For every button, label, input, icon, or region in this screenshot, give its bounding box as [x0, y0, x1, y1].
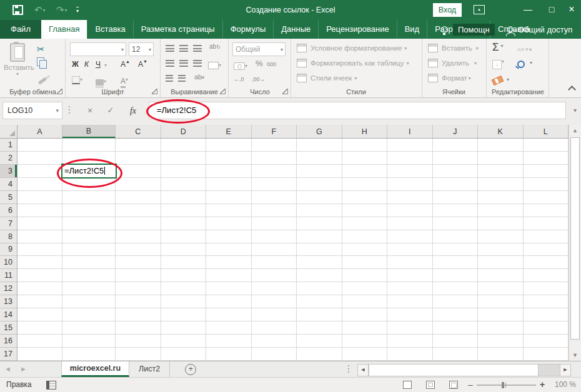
borders-button[interactable]: ▾ [72, 76, 82, 87]
zoom-in-button[interactable]: + [540, 378, 545, 391]
decrease-indent-icon[interactable] [166, 75, 173, 82]
vertical-scrollbar[interactable]: ▲ ▼ [569, 125, 581, 361]
scroll-down-icon[interactable]: ▼ [569, 350, 581, 361]
zoom-out-button[interactable]: – [468, 378, 473, 391]
customize-qat-button[interactable]: ▾ [76, 0, 79, 20]
page-layout-view-button[interactable] [426, 381, 435, 389]
undo-button[interactable]: ↶▾ [34, 0, 46, 20]
increase-decimal-button[interactable]: ←,0 [234, 76, 244, 82]
column-header-H[interactable]: H [342, 125, 388, 138]
tab-file[interactable]: Файл [0, 20, 41, 39]
paste-button[interactable]: Вставить ▾ [4, 43, 31, 77]
tab-Вид[interactable]: Вид [397, 20, 427, 39]
column-header-D[interactable]: D [161, 125, 207, 138]
active-cell-B3[interactable]: =Лист2!C5 [61, 164, 117, 179]
formula-input[interactable]: =Лист2!C5 [149, 102, 566, 119]
tabbar-splitter[interactable] [348, 365, 349, 374]
collapse-ribbon-button[interactable] [568, 86, 576, 94]
sort-filter-button[interactable]: АЯ▼▾ [517, 42, 532, 54]
fill-button[interactable]: ↓▾ [492, 57, 504, 69]
copy-button[interactable]: ▾ [37, 57, 47, 69]
tab-Формулы[interactable]: Формулы [222, 20, 274, 39]
format-painter-button[interactable] [38, 74, 47, 85]
tab-Разметка страницы[interactable]: Разметка страницы [133, 20, 222, 39]
row-header-17[interactable]: 17 [0, 348, 17, 361]
orientation-button[interactable]: ab↻ [209, 43, 221, 50]
column-header-F[interactable]: F [252, 125, 297, 138]
sheet-tab-microexcel[interactable]: microexcel.ru [61, 361, 129, 377]
comma-style-button[interactable]: 000 [267, 61, 276, 67]
insert-function-button[interactable]: fx [124, 102, 142, 119]
row-header-15[interactable]: 15 [0, 321, 17, 335]
close-button[interactable]: × [561, 0, 581, 20]
increase-indent-icon[interactable] [178, 75, 186, 82]
row-header-13[interactable]: 13 [0, 295, 17, 308]
number-format-combo[interactable]: Общий▾ [232, 42, 286, 56]
horizontal-scrollbar[interactable]: ◄ ► [357, 364, 571, 376]
number-dialog-launcher[interactable] [282, 89, 288, 94]
cancel-button[interactable]: × [81, 102, 99, 119]
vertical-scroll-thumb[interactable] [570, 137, 580, 340]
row-header-11[interactable]: 11 [0, 269, 17, 282]
decrease-decimal-button[interactable]: ,00→ [252, 76, 266, 82]
page-break-view-button[interactable] [449, 381, 458, 389]
underline-button[interactable]: Ч [96, 60, 101, 69]
column-header-C[interactable]: C [116, 125, 161, 138]
next-sheet-icon[interactable]: ► [16, 361, 31, 377]
wrap-text-button[interactable]: ab̷▾ [194, 73, 204, 81]
select-all-button[interactable] [0, 125, 17, 139]
minimize-button[interactable]: — [517, 0, 539, 20]
prev-sheet-icon[interactable]: ◄ [0, 361, 16, 377]
column-header-I[interactable]: I [387, 125, 433, 138]
ribbon-display-options-button[interactable]: ▴ [474, 5, 485, 14]
horizontal-scroll-track[interactable] [539, 365, 560, 376]
align-bottom-icon[interactable] [193, 45, 202, 52]
align-left-icon[interactable] [166, 60, 174, 67]
name-box[interactable]: LOG10▾ [2, 102, 62, 119]
format-cells-button[interactable]: Формат▾ [428, 74, 471, 82]
zoom-slider-thumb[interactable] [502, 382, 504, 388]
enter-button[interactable]: ✓ [102, 102, 119, 119]
tab-Рецензирование[interactable]: Рецензирование [318, 20, 396, 39]
redo-button[interactable]: ↷▾ [56, 0, 67, 20]
clipboard-dialog-launcher[interactable] [57, 89, 62, 94]
autosum-button[interactable]: Σ▾ [492, 42, 504, 53]
column-header-E[interactable]: E [206, 125, 252, 138]
align-top-icon[interactable] [166, 45, 174, 52]
column-header-L[interactable]: L [524, 125, 569, 138]
row-header-16[interactable]: 16 [0, 335, 17, 348]
fill-color-button[interactable]: ▾ [96, 77, 106, 88]
format-as-table-button[interactable]: Форматировать как таблицу▾ [297, 59, 409, 67]
italic-button[interactable]: К [84, 60, 89, 69]
column-header-A[interactable]: A [17, 125, 62, 138]
clear-button[interactable]: ▾ [492, 75, 509, 86]
font-size-combo[interactable]: 12▾ [129, 42, 154, 56]
row-header-7[interactable]: 7 [0, 217, 17, 230]
zoom-slider-track[interactable] [477, 385, 536, 386]
font-color-button[interactable]: А▾ [121, 75, 128, 86]
accounting-format-button[interactable]: ▾ [234, 61, 247, 72]
percent-style-button[interactable]: % [256, 59, 263, 68]
align-middle-icon[interactable] [179, 45, 188, 52]
row-header-8[interactable]: 8 [0, 230, 17, 243]
font-dialog-launcher[interactable] [152, 89, 157, 94]
scroll-left-icon[interactable]: ◄ [358, 365, 369, 376]
column-header-J[interactable]: J [433, 125, 479, 138]
grow-font-button[interactable]: А▲ [121, 59, 130, 69]
row-header-3[interactable]: 3 [0, 165, 17, 178]
tab-Главная[interactable]: Главная [41, 20, 87, 39]
conditional-formatting-button[interactable]: Условное форматирование▾ [297, 44, 407, 52]
row-header-12[interactable]: 12 [0, 282, 17, 295]
row-header-1[interactable]: 1 [0, 139, 17, 152]
align-center-icon[interactable] [179, 60, 188, 67]
insert-cells-button[interactable]: Вставить▾ [428, 44, 479, 52]
tab-Данные[interactable]: Данные [273, 20, 318, 39]
normal-view-button[interactable] [403, 381, 412, 389]
column-header-B[interactable]: B [62, 125, 116, 138]
assistant-box[interactable]: Помощн [453, 24, 495, 36]
zoom-level[interactable]: 100 % [555, 378, 576, 392]
cut-button[interactable]: ✂ [37, 44, 45, 55]
merge-center-button[interactable]: ▾ [208, 61, 221, 72]
cells-grid[interactable]: =Лист2!C5 [17, 139, 569, 361]
shrink-font-button[interactable]: А▼ [138, 59, 147, 69]
